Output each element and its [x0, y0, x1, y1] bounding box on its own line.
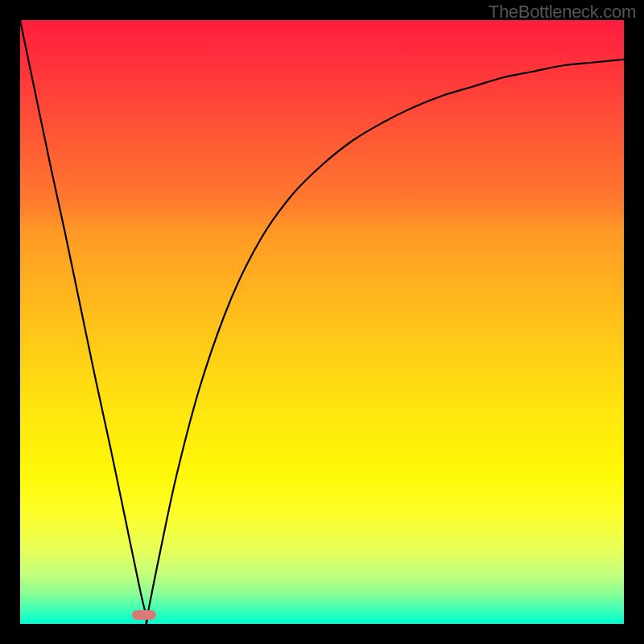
bottleneck-curve: [20, 20, 624, 623]
curve-svg: [20, 20, 624, 624]
watermark-text: TheBottleneck.com: [489, 2, 636, 23]
chart-frame: TheBottleneck.com: [0, 0, 644, 644]
optimum-marker: [132, 610, 156, 620]
plot-area: [20, 20, 624, 624]
